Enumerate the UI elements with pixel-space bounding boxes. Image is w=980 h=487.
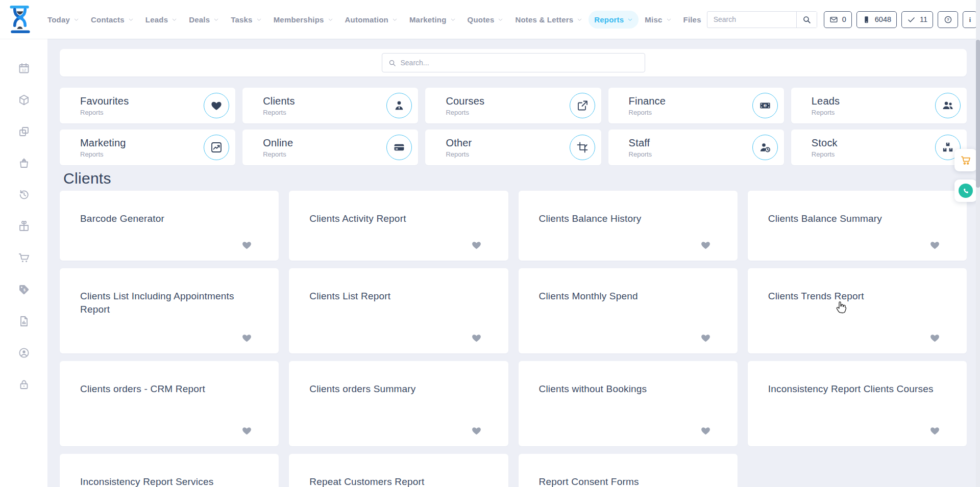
sidebar-item-orders[interactable] bbox=[18, 157, 30, 171]
report-card-clients-balance-summary[interactable]: Clients Balance Summary bbox=[748, 191, 967, 261]
report-card-clients-orders-summary[interactable]: Clients orders Summary bbox=[289, 361, 508, 446]
category-tile-stock[interactable]: Stock Reports bbox=[791, 130, 967, 165]
report-card-clients-trends-report[interactable]: Clients Trends Report bbox=[748, 268, 967, 353]
chevron-down-icon bbox=[627, 17, 633, 22]
sidebar-item-reports[interactable] bbox=[18, 315, 30, 329]
sidebar-item-basket[interactable] bbox=[18, 252, 30, 266]
category-tile-marketing[interactable]: Marketing Reports bbox=[60, 130, 235, 165]
category-tile-finance[interactable]: Finance Reports 1 bbox=[608, 88, 784, 123]
sidebar-item-pricing[interactable]: $ bbox=[18, 284, 30, 298]
header-search-input[interactable] bbox=[707, 15, 796, 23]
report-card-inconsistency-report-services[interactable]: Inconsistency Report Services bbox=[60, 454, 279, 487]
category-tile-other[interactable]: Other Reports bbox=[425, 130, 601, 165]
help-button[interactable]: ? bbox=[938, 11, 958, 28]
app-logo[interactable] bbox=[8, 4, 32, 35]
report-card-clients-activity-report[interactable]: Clients Activity Report bbox=[289, 191, 508, 261]
nav-item-marketing[interactable]: Marketing bbox=[404, 11, 461, 29]
report-card-clients-orders-crm-report[interactable]: Clients orders - CRM Report bbox=[60, 361, 279, 446]
tile-text: Leads Reports bbox=[812, 95, 840, 116]
report-card-inconsistency-report-clients-courses[interactable]: Inconsistency Report Clients Courses bbox=[748, 361, 967, 446]
scrollbar-thumb[interactable] bbox=[976, 40, 980, 188]
tile-icon-circle bbox=[570, 93, 595, 118]
nav-item-reports[interactable]: Reports bbox=[589, 11, 639, 29]
nav-item-automation[interactable]: Automation bbox=[339, 11, 403, 29]
tile-icon-circle bbox=[570, 135, 595, 160]
sidebar-item-calendar[interactable]: 12 bbox=[18, 62, 30, 76]
favourite-heart-icon[interactable] bbox=[700, 332, 711, 345]
report-card-clients-list-including-appointments-report[interactable]: Clients List Including Appointments Repo… bbox=[60, 268, 279, 353]
chevron-down-icon bbox=[392, 17, 398, 22]
reports-search bbox=[382, 53, 645, 72]
report-card-report-consent-forms[interactable]: Report Consent Forms bbox=[519, 454, 738, 487]
report-card-clients-list-report[interactable]: Clients List Report bbox=[289, 268, 508, 353]
scrollbar[interactable] bbox=[976, 0, 980, 487]
chevron-down-icon bbox=[213, 17, 219, 22]
chevron-down-icon bbox=[577, 17, 582, 22]
tile-icon-circle bbox=[204, 93, 229, 118]
report-card-repeat-customers-report[interactable]: Repeat Customers Report bbox=[289, 454, 508, 487]
doc-chart-icon bbox=[18, 315, 30, 327]
chevron-down-icon bbox=[172, 17, 177, 22]
floating-basket-button[interactable] bbox=[954, 149, 977, 171]
category-tile-staff[interactable]: Staff Reports bbox=[608, 130, 784, 165]
nav-item-notes-letters[interactable]: Notes & Letters bbox=[509, 11, 588, 29]
chevron-down-icon bbox=[256, 17, 262, 22]
nav-item-today[interactable]: Today bbox=[42, 11, 85, 29]
sidebar-item-gifts[interactable] bbox=[18, 220, 30, 235]
favourite-heart-icon[interactable] bbox=[471, 240, 482, 252]
nav-item-memberships[interactable]: Memberships bbox=[268, 11, 339, 29]
nav-item-leads[interactable]: Leads bbox=[140, 11, 183, 29]
floating-whatsapp-button[interactable] bbox=[954, 180, 977, 202]
report-card-clients-balance-history[interactable]: Clients Balance History bbox=[519, 191, 738, 261]
nav-item-quotes[interactable]: Quotes bbox=[462, 11, 509, 29]
mobile-badge-button[interactable]: 6048 bbox=[856, 11, 897, 28]
cart-icon bbox=[18, 252, 30, 264]
favourite-heart-icon[interactable] bbox=[929, 425, 940, 438]
envelope-badge-button[interactable]: 0 bbox=[824, 11, 852, 28]
nav-item-deals[interactable]: Deals bbox=[183, 11, 225, 29]
category-tile-favourites[interactable]: Favourites Reports bbox=[60, 88, 235, 123]
tile-icon-circle bbox=[386, 135, 412, 160]
sidebar-item-account[interactable] bbox=[18, 347, 30, 361]
favourite-heart-icon[interactable] bbox=[929, 332, 940, 345]
chevron-down-icon bbox=[450, 17, 456, 22]
chevron-down-icon bbox=[498, 17, 503, 22]
report-cards: Barcode Generator Clients Activity Repor… bbox=[60, 191, 967, 487]
favourite-heart-icon[interactable] bbox=[471, 425, 482, 438]
tile-icon-circle bbox=[386, 93, 412, 118]
header-search-button[interactable] bbox=[796, 12, 817, 28]
category-tile-courses[interactable]: Courses Reports bbox=[425, 88, 601, 123]
favourite-heart-icon[interactable] bbox=[241, 425, 252, 438]
chevron-down-icon bbox=[328, 17, 333, 22]
check-badge-button[interactable]: 11 bbox=[901, 11, 933, 28]
info-button[interactable]: i bbox=[963, 11, 977, 28]
category-tile-online[interactable]: Online Reports bbox=[242, 130, 418, 165]
reports-search-input[interactable] bbox=[401, 59, 639, 67]
favourite-heart-icon[interactable] bbox=[700, 425, 711, 438]
category-tile-leads[interactable]: Leads Reports bbox=[791, 88, 967, 123]
top-header: Today Contacts Leads Deals Tasks Members… bbox=[0, 0, 980, 39]
report-card-barcode-generator[interactable]: Barcode Generator bbox=[60, 191, 279, 261]
user-circle-icon bbox=[18, 347, 30, 359]
svg-text:1: 1 bbox=[764, 104, 766, 107]
tile-text: Other Reports bbox=[446, 137, 472, 158]
nav-item-tasks[interactable]: Tasks bbox=[225, 11, 267, 29]
header-right: 0 6048 11 ? i LONDON SUPPORT bbox=[707, 9, 980, 30]
favourite-heart-icon[interactable] bbox=[929, 240, 940, 252]
nav-item-misc[interactable]: Misc bbox=[639, 11, 677, 29]
nav-item-contacts[interactable]: Contacts bbox=[85, 11, 139, 29]
floating-buttons bbox=[954, 149, 977, 202]
favourite-heart-icon[interactable] bbox=[241, 240, 252, 252]
favourite-heart-icon[interactable] bbox=[700, 240, 711, 252]
sidebar-item-history[interactable] bbox=[18, 189, 30, 203]
sidebar-item-pages[interactable] bbox=[18, 125, 30, 140]
report-card-clients-without-bookings[interactable]: Clients without Bookings bbox=[519, 361, 738, 446]
favourite-heart-icon[interactable] bbox=[471, 332, 482, 345]
sidebar-item-security[interactable] bbox=[18, 378, 30, 393]
category-tile-clients[interactable]: Clients Reports bbox=[242, 88, 418, 123]
report-card-clients-monthly-spend[interactable]: Clients Monthly Spend bbox=[519, 268, 738, 353]
sidebar-item-products[interactable] bbox=[18, 94, 30, 108]
favourite-heart-icon[interactable] bbox=[241, 332, 252, 345]
search-icon bbox=[802, 15, 811, 24]
nav-item-files[interactable]: Files bbox=[678, 11, 707, 29]
